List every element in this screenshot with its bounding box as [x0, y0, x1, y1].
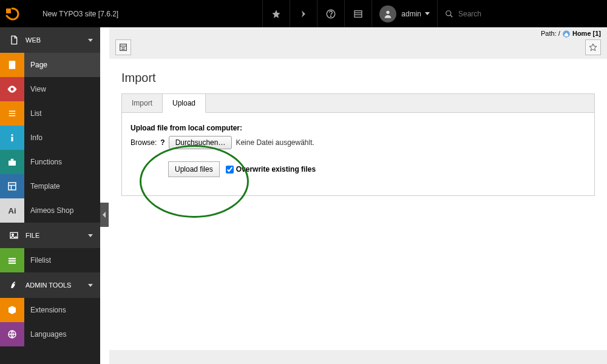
- search-box[interactable]: [437, 0, 607, 27]
- overwrite-checkbox[interactable]: [226, 166, 234, 174]
- chevron-down-icon: [425, 12, 430, 15]
- chevron-down-icon: [88, 284, 93, 287]
- path-prefix: Path: /: [541, 30, 560, 37]
- section-label: WEB: [25, 36, 41, 44]
- upload-heading: Upload file from local computer:: [131, 124, 586, 132]
- svg-rect-0: [6, 8, 11, 13]
- sidebar-item-page[interactable]: Page: [0, 53, 100, 77]
- svg-rect-3: [354, 10, 362, 17]
- sidebar-item-languages[interactable]: Languages: [0, 322, 100, 346]
- tabs: Import Upload: [122, 94, 594, 113]
- cache-icon[interactable]: [290, 0, 317, 27]
- sidebar-item-functions[interactable]: Functions: [0, 150, 100, 174]
- search-input[interactable]: [458, 10, 580, 18]
- sidebar-item-view[interactable]: View: [0, 77, 100, 101]
- document-icon: [7, 35, 21, 45]
- sidebar-item-label: Template: [24, 182, 60, 190]
- main-body: Import Import Upload Upload file from lo…: [109, 59, 607, 350]
- sidebar-item-label: Filelist: [24, 256, 51, 265]
- section-label: FILE: [25, 232, 39, 239]
- sidebar-item-label: Functions: [24, 158, 62, 166]
- path-home[interactable]: Home [1]: [572, 30, 601, 37]
- content-area: Path: / Home [1] Import Import Upload Up…: [109, 27, 607, 364]
- breadcrumb: Path: / Home [1]: [109, 27, 607, 39]
- file-browse-button[interactable]: Durchsuchen…: [169, 136, 232, 149]
- rocket-icon: [7, 280, 21, 290]
- tab-content-upload: Upload file from local computer: Browse:…: [122, 113, 594, 195]
- info-icon: [0, 126, 24, 150]
- sidebar-section-file[interactable]: FILE: [0, 223, 100, 248]
- image-icon: [7, 231, 21, 240]
- svg-rect-16: [8, 161, 16, 166]
- template-icon: [0, 174, 24, 198]
- sidebar-collapse-handle[interactable]: [100, 203, 109, 227]
- bookmark-icon[interactable]: [262, 0, 290, 27]
- svg-rect-18: [8, 183, 16, 190]
- sidebar-item-info[interactable]: Info: [0, 126, 100, 150]
- svg-rect-15: [12, 137, 13, 142]
- sidebar-item-list[interactable]: List: [0, 101, 100, 126]
- svg-point-6: [387, 10, 390, 13]
- tab-upload[interactable]: Upload: [163, 94, 206, 113]
- svg-rect-9: [9, 61, 16, 69]
- sidebar-item-aimeos[interactable]: Ai Aimeos Shop: [0, 198, 100, 223]
- user-menu[interactable]: admin: [371, 0, 437, 27]
- sidebar-item-label: Languages: [24, 330, 66, 339]
- chevron-down-icon: [88, 39, 93, 42]
- sidebar-section-web[interactable]: WEB: [0, 27, 100, 53]
- aimeos-icon: Ai: [0, 198, 24, 223]
- sidebar-item-label: View: [24, 85, 46, 93]
- sidebar-item-extensions[interactable]: Extensions: [0, 298, 100, 322]
- svg-point-2: [331, 16, 331, 16]
- svg-point-22: [12, 234, 14, 235]
- no-file-text: Keine Datei ausgewählt.: [236, 138, 314, 147]
- user-label: admin: [401, 10, 421, 18]
- svg-point-14: [12, 134, 13, 136]
- svg-rect-23: [8, 258, 16, 259]
- sidebar-section-admin[interactable]: ADMIN TOOLS: [0, 272, 100, 298]
- svg-line-8: [450, 15, 453, 17]
- help-icon[interactable]: [317, 0, 344, 27]
- overwrite-label: Overwrite existing files: [236, 165, 316, 174]
- globe-icon: [0, 322, 24, 346]
- sidebar-item-label: Page: [24, 61, 47, 69]
- topbar-icons: admin: [262, 0, 607, 27]
- site-title: New TYPO3 site [7.6.2]: [24, 10, 262, 18]
- topbar: New TYPO3 site [7.6.2] admin: [0, 0, 607, 27]
- application-icon[interactable]: [344, 0, 371, 27]
- sidebar-item-label: List: [24, 109, 42, 118]
- doc-toolbar: [109, 39, 607, 59]
- svg-rect-17: [11, 159, 14, 161]
- browse-label: Browse:: [131, 138, 157, 147]
- bookmark-button[interactable]: [585, 39, 601, 55]
- toolbox-icon: [0, 150, 24, 174]
- help-marker[interactable]: ?: [160, 138, 164, 147]
- chevron-down-icon: [88, 234, 93, 237]
- sidebar: WEB Page View List Info Functions Templa…: [0, 27, 100, 364]
- svg-point-7: [446, 10, 451, 15]
- tab-import[interactable]: Import: [122, 94, 163, 112]
- overwrite-row[interactable]: Overwrite existing files: [226, 165, 316, 174]
- page-icon: [0, 53, 24, 77]
- page-title: Import: [109, 71, 607, 93]
- sidebar-item-label: Aimeos Shop: [24, 206, 73, 215]
- list-icon: [0, 101, 24, 126]
- search-icon: [445, 10, 453, 18]
- sidebar-item-label: Extensions: [24, 306, 66, 314]
- avatar-icon: [379, 5, 396, 22]
- eye-icon: [0, 77, 24, 101]
- svg-point-10: [11, 88, 14, 91]
- svg-rect-24: [8, 260, 16, 261]
- filelist-icon: [0, 248, 24, 272]
- svg-point-26: [14, 283, 15, 284]
- box-icon: [0, 298, 24, 322]
- home-page-icon: [562, 30, 571, 38]
- sidebar-item-template[interactable]: Template: [0, 174, 100, 198]
- section-label: ADMIN TOOLS: [25, 281, 71, 289]
- tabs-container: Import Upload Upload file from local com…: [121, 93, 595, 196]
- sidebar-item-filelist[interactable]: Filelist: [0, 248, 100, 272]
- upload-files-button[interactable]: Upload files: [168, 161, 220, 177]
- typo3-logo[interactable]: [0, 0, 24, 27]
- sidebar-item-label: Info: [24, 133, 42, 142]
- docheader-button[interactable]: [115, 39, 131, 55]
